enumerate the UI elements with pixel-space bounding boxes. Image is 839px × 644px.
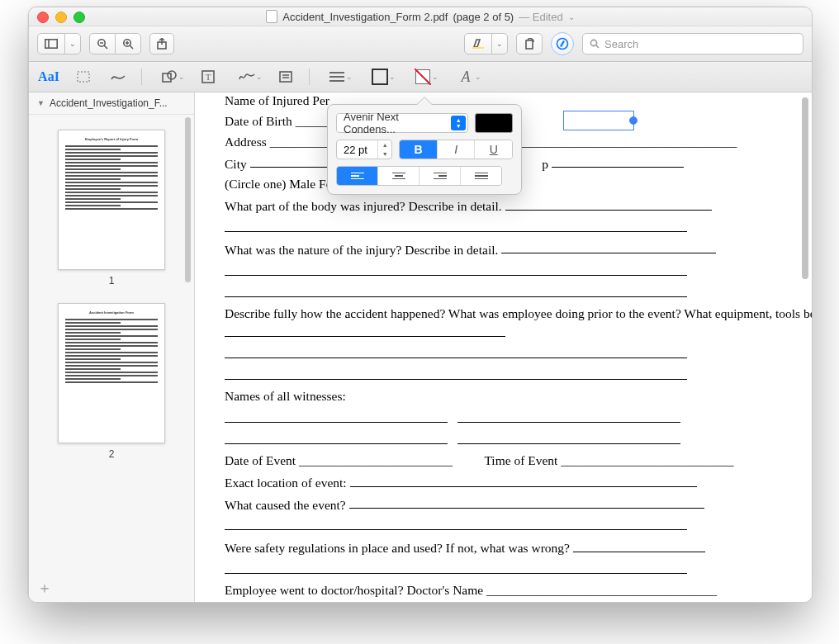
text-tool[interactable]: T bbox=[197, 68, 220, 86]
doc-text: Date of Event ________________________ bbox=[225, 453, 453, 467]
minimize-window-button[interactable] bbox=[55, 12, 67, 23]
doc-text: Employee went to doctor/hospital? Doctor… bbox=[225, 583, 717, 597]
doc-text: What part of the body was injured? Descr… bbox=[225, 199, 502, 213]
chevron-down-icon: ⌄ bbox=[432, 73, 438, 81]
text-color-well[interactable] bbox=[475, 113, 513, 133]
search-field[interactable]: Search bbox=[582, 33, 803, 54]
text-selection-tool[interactable]: AaI bbox=[37, 68, 60, 86]
font-size-stepper[interactable]: ▲ ▼ bbox=[377, 140, 391, 159]
thumbnail-label: 2 bbox=[29, 448, 194, 460]
chevron-down-icon: ⌄ bbox=[256, 73, 263, 81]
title-status: Edited bbox=[533, 11, 563, 23]
rotate-button[interactable] bbox=[516, 33, 543, 54]
add-page-button[interactable]: ＋ bbox=[37, 578, 52, 598]
doc-text: Exact location of event: bbox=[225, 476, 347, 490]
zoom-window-button[interactable] bbox=[73, 12, 85, 23]
doc-text: Describe fully how the accident happened… bbox=[225, 306, 812, 320]
page-thumbnail[interactable]: Accident Investigation Form bbox=[58, 303, 165, 443]
border-style-tool[interactable]: ⌄ bbox=[321, 68, 353, 86]
align-left-button[interactable] bbox=[337, 167, 378, 185]
align-justify-icon bbox=[475, 173, 488, 180]
svg-rect-22 bbox=[280, 72, 292, 82]
italic-button[interactable]: I bbox=[438, 140, 476, 159]
underline-button[interactable]: U bbox=[475, 140, 512, 159]
svg-rect-17 bbox=[78, 72, 89, 82]
sketch-tool[interactable] bbox=[107, 68, 130, 86]
window-title[interactable]: Accident_Investigation_Form 2.pdf (page … bbox=[266, 10, 574, 23]
doc-text: Time of Event __________________________… bbox=[484, 453, 733, 467]
chevron-down-icon: ⌄ bbox=[475, 73, 481, 81]
disclosure-triangle-icon: ▼ bbox=[37, 99, 45, 107]
doc-text: Names of all witnesses: bbox=[225, 389, 346, 403]
doc-text: City bbox=[225, 156, 247, 170]
svg-rect-13 bbox=[526, 40, 533, 49]
preview-window: Accident_Investigation_Form 2.pdf (page … bbox=[28, 7, 813, 603]
fill-color-tool[interactable]: ⌄ bbox=[407, 68, 438, 86]
svg-text:T: T bbox=[206, 72, 211, 82]
chevron-down-icon: ⌄ bbox=[389, 73, 396, 81]
sidebar-menu-button[interactable]: ⌄ bbox=[64, 33, 81, 54]
thumbnail-label: 1 bbox=[29, 275, 194, 286]
shapes-tool[interactable]: ⌄ bbox=[154, 68, 185, 86]
doc-text: Name of Injured Per bbox=[225, 93, 329, 107]
sidebar-toggle-button[interactable] bbox=[37, 33, 65, 54]
search-icon bbox=[590, 39, 600, 49]
title-filename: Accident_Investigation_Form 2.pdf bbox=[282, 11, 448, 23]
align-right-button[interactable] bbox=[420, 167, 461, 185]
svg-rect-0 bbox=[45, 40, 57, 48]
doc-text: p bbox=[542, 156, 548, 170]
align-right-icon bbox=[434, 173, 447, 180]
document-view[interactable]: Name of Injured Per Date of Birth ______… bbox=[195, 92, 812, 603]
chevron-down-icon: ⌄ bbox=[178, 73, 185, 81]
titlebar: Accident_Investigation_Form 2.pdf (page … bbox=[29, 7, 812, 26]
highlight-button[interactable] bbox=[464, 33, 492, 54]
doc-text: What was the nature of the injury? Descr… bbox=[225, 242, 498, 256]
align-center-button[interactable] bbox=[378, 167, 420, 185]
bold-button[interactable]: B bbox=[400, 140, 438, 159]
share-button[interactable] bbox=[149, 33, 174, 54]
font-family-value: Avenir Next Condens... bbox=[344, 111, 451, 135]
thumbnail-title: Employee's Report of Injury Form bbox=[65, 137, 158, 142]
text-style-tool[interactable]: A ⌄ bbox=[450, 68, 481, 86]
svg-marker-11 bbox=[474, 40, 480, 47]
step-down-icon: ▼ bbox=[378, 149, 391, 159]
border-color-tool[interactable]: ⌄ bbox=[364, 68, 396, 86]
svg-point-19 bbox=[168, 71, 176, 79]
svg-line-16 bbox=[596, 45, 599, 48]
chevron-down-icon: ⌄ bbox=[346, 73, 353, 81]
sign-tool[interactable]: ⌄ bbox=[231, 68, 263, 86]
markup-toggle-button[interactable] bbox=[551, 32, 574, 55]
thumbnail-title: Accident Investigation Form bbox=[65, 310, 158, 315]
doc-text: What caused the event? bbox=[225, 497, 346, 511]
thumbnails-sidebar: ▼ Accident_Investigation_F... Employee's… bbox=[29, 92, 195, 603]
svg-line-6 bbox=[130, 45, 133, 49]
svg-point-15 bbox=[590, 40, 596, 45]
svg-rect-18 bbox=[163, 73, 171, 82]
markup-toolbar: AaI ⌄ T ⌄ bbox=[29, 62, 812, 92]
highlight-menu-button[interactable]: ⌄ bbox=[491, 33, 508, 54]
sidebar-scrollbar[interactable] bbox=[185, 117, 193, 381]
svg-line-3 bbox=[104, 45, 107, 49]
search-placeholder: Search bbox=[604, 38, 638, 50]
sidebar-file-header[interactable]: ▼ Accident_Investigation_F... bbox=[29, 92, 194, 115]
note-tool[interactable] bbox=[274, 68, 297, 86]
font-size-field[interactable]: 22 pt ▲ ▼ bbox=[336, 140, 392, 159]
zoom-in-button[interactable] bbox=[115, 33, 141, 54]
page-thumbnail[interactable]: Employee's Report of Injury Form bbox=[58, 130, 165, 270]
title-page-info: (page 2 of 5) bbox=[453, 11, 514, 23]
main-toolbar: ⌄ ⌄ bbox=[29, 26, 812, 62]
font-size-value: 22 pt bbox=[344, 144, 367, 156]
doc-text: Were safety regulations in place and use… bbox=[225, 541, 570, 555]
document-icon bbox=[266, 10, 277, 23]
sidebar-file-label: Accident_Investigation_F... bbox=[50, 97, 168, 109]
svg-rect-12 bbox=[472, 47, 484, 49]
rect-selection-tool[interactable] bbox=[72, 68, 95, 86]
close-window-button[interactable] bbox=[37, 12, 49, 23]
title-chevron-icon[interactable]: ⌄ bbox=[568, 12, 575, 21]
align-left-icon bbox=[351, 173, 364, 180]
align-justify-button[interactable] bbox=[461, 167, 501, 185]
step-up-icon: ▲ bbox=[378, 140, 391, 149]
zoom-out-button[interactable] bbox=[89, 33, 116, 54]
text-style-popover: Avenir Next Condens... ▲▼ 22 pt ▲ ▼ bbox=[327, 104, 522, 195]
font-family-select[interactable]: Avenir Next Condens... ▲▼ bbox=[336, 113, 468, 133]
